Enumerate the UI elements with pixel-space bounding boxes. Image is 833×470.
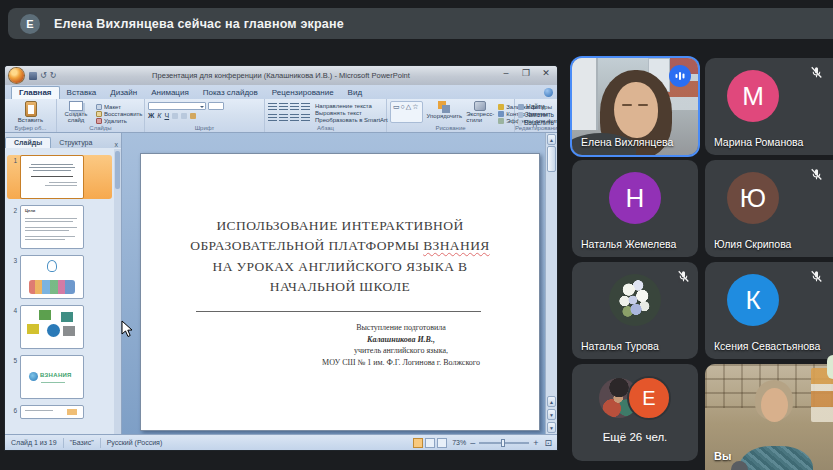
slide-thumbnail-1[interactable]: 1 <box>7 155 112 199</box>
slide-thumbnail-4[interactable]: 4 <box>7 305 112 349</box>
next-slide-icon[interactable]: ▼ <box>547 409 556 420</box>
slide-sorter-icon[interactable] <box>425 438 435 448</box>
group-label-clipboard: Буфер об... <box>5 125 56 131</box>
zoom-in-icon[interactable]: + <box>533 439 538 447</box>
tab-review[interactable]: Рецензирование <box>265 87 341 99</box>
participant-tile-natalya-turova[interactable]: Наталья Турова <box>572 262 698 359</box>
tab-slideshow[interactable]: Показ слайдов <box>196 87 265 99</box>
numbering-icon[interactable] <box>279 103 288 110</box>
slide-canvas[interactable]: ИСПОЛЬЗОВАНИЕ ИНТЕРАКТИВНОЙ ОБРАЗОВАТЕЛЬ… <box>140 153 540 431</box>
minimize-button[interactable]: – <box>499 68 513 78</box>
slide-subtitle: Выступление подготовила Калашникова И.В.… <box>271 322 531 368</box>
align-text-button[interactable]: Выровнять текст <box>315 110 388 116</box>
close-button[interactable]: ✕ <box>539 68 553 78</box>
participant-tile-marina-romanova[interactable]: М Марина Романова <box>705 58 833 155</box>
participant-tile-elena-vikhlyantseva[interactable]: Елена Вихлянцева <box>572 58 698 155</box>
italic-button[interactable]: К <box>157 112 161 119</box>
panel-close-icon[interactable]: x <box>115 141 119 148</box>
speaking-indicator-icon <box>669 65 691 87</box>
tab-home[interactable]: Главная <box>11 86 60 99</box>
participant-name: Марина Романова <box>714 136 803 148</box>
slide-scrollbar[interactable]: ▲ ▲ ▼ ▼ <box>545 133 557 434</box>
normal-view-icon[interactable] <box>413 438 423 448</box>
font-size-select[interactable] <box>208 102 224 110</box>
zoom-slider[interactable] <box>479 442 529 444</box>
tab-design[interactable]: Дизайн <box>103 87 144 99</box>
thumbnail-preview <box>20 405 84 419</box>
previous-slide-icon[interactable]: ▲ <box>547 396 556 407</box>
delete-button[interactable]: Удалить <box>96 118 142 124</box>
participant-tile-natalya-zhemeleva[interactable]: Н Наталья Жемелева <box>572 160 698 257</box>
replace-button[interactable]: Заменить <box>518 111 554 118</box>
slideshow-icon[interactable] <box>437 438 447 448</box>
avatar-photo-flowers <box>609 274 661 326</box>
slide-thumbnail-2[interactable]: 2 Цели <box>7 205 112 249</box>
align-left-icon[interactable] <box>268 114 277 121</box>
delete-icon <box>96 118 102 124</box>
group-label-paragraph: Абзац <box>265 125 386 131</box>
new-slide-button[interactable]: Создать слайд <box>60 101 92 123</box>
tab-slides-thumbnails[interactable]: Слайды <box>5 137 51 148</box>
window-controls: – ❐ ✕ <box>499 68 553 78</box>
tab-insert[interactable]: Вставка <box>60 87 104 99</box>
underline-button[interactable]: Ч <box>164 112 169 119</box>
avatar: Ю <box>727 172 779 224</box>
bullets-icon[interactable] <box>268 103 277 110</box>
slide-divider-line <box>196 311 481 312</box>
align-center-icon[interactable] <box>279 114 288 121</box>
find-button[interactable]: Найти <box>518 103 554 110</box>
layout-icon <box>96 104 102 110</box>
avatar: Е <box>627 376 671 420</box>
smartart-button[interactable]: Преобразовать в SmartArt <box>315 117 388 123</box>
self-video-tile[interactable]: Вы <box>705 364 833 470</box>
shapes-gallery[interactable]: ▭○△☆ <box>390 101 423 123</box>
arrange-button[interactable]: Упорядочить <box>427 101 463 123</box>
tab-view[interactable]: Вид <box>341 87 369 99</box>
indent-icon[interactable] <box>290 103 299 110</box>
fit-to-window-icon[interactable]: ⊡ <box>544 439 552 447</box>
tab-animation[interactable]: Анимация <box>144 87 196 99</box>
zoom-out-icon[interactable]: – <box>470 439 475 447</box>
participant-tile-ksenia-sevastyanova[interactable]: К Ксения Севастьянова <box>705 262 833 359</box>
find-icon <box>518 104 524 110</box>
panel-scrollbar[interactable] <box>114 149 121 434</box>
slide-thumbnail-3[interactable]: 3 <box>7 255 112 299</box>
layout-button[interactable]: Макет <box>96 104 142 110</box>
text-shadow-icon[interactable] <box>181 113 187 119</box>
ribbon: Вставить Буфер об... Создать слайд Макет <box>5 99 557 133</box>
maximize-button[interactable]: ❐ <box>519 68 533 78</box>
group-label-font: Шрифт <box>145 125 264 131</box>
theme-name: "Базис" <box>70 439 94 446</box>
participant-tile-yulia-skripova[interactable]: Ю Юлия Скрипова <box>705 160 833 257</box>
bold-button[interactable]: Ж <box>148 112 154 119</box>
font-color-icon[interactable] <box>190 113 196 119</box>
columns-icon[interactable] <box>301 114 310 121</box>
slide-thumbnail-5[interactable]: 5 ВЗНАНИЯ <box>7 355 112 399</box>
font-name-select[interactable] <box>148 102 206 110</box>
scroll-up-icon[interactable]: ▲ <box>547 134 556 145</box>
scrollbar-thumb[interactable] <box>547 146 556 172</box>
text-direction-button[interactable]: Направление текста <box>315 103 388 109</box>
avatar: К <box>727 274 779 326</box>
outdent-icon[interactable] <box>301 103 310 110</box>
strikethrough-icon[interactable] <box>172 113 178 119</box>
mic-off-icon <box>810 66 823 79</box>
participants-overflow-tile[interactable]: Е Ещё 26 чел. <box>572 364 698 461</box>
scroll-down-icon[interactable]: ▼ <box>547 422 556 433</box>
tab-outline[interactable]: Структура <box>51 138 100 148</box>
quick-styles-button[interactable]: Экспресс-стили <box>466 101 494 123</box>
powerpoint-titlebar[interactable]: ↺ ↻ Презентация для конференции (Калашни… <box>5 66 557 85</box>
help-icon[interactable] <box>544 88 553 97</box>
zoom-slider-knob[interactable] <box>501 439 505 447</box>
group-paragraph: Направление текста Выровнять текст Преоб… <box>265 99 387 132</box>
slide-thumbnail-6[interactable]: 6 <box>7 405 112 419</box>
reset-button[interactable]: Восстановить <box>96 111 142 117</box>
paste-button[interactable]: Вставить <box>8 101 53 123</box>
group-label-drawing: Рисование <box>387 125 514 131</box>
group-label-slides: Слайды <box>57 125 144 131</box>
align-right-icon[interactable] <box>290 114 299 121</box>
thumbnail-preview <box>20 155 84 199</box>
language-indicator[interactable]: Русский (Россия) <box>107 439 163 446</box>
group-drawing: ▭○△☆ Упорядочить Экспресс-стили Заливка … <box>387 99 515 132</box>
avatar: М <box>727 70 779 122</box>
